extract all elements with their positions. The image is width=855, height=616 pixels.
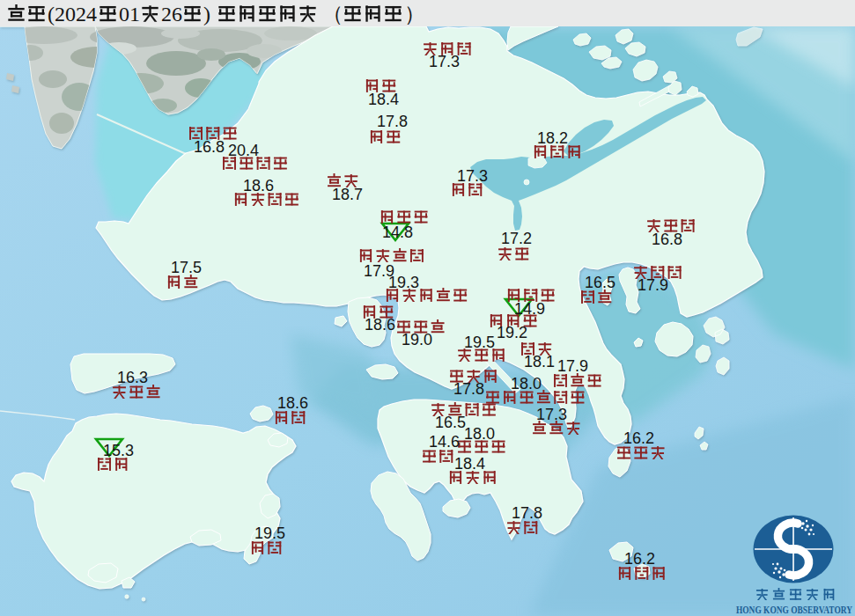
svg-text:18.6: 18.6	[277, 394, 308, 412]
svg-text:17.9: 17.9	[638, 276, 668, 294]
svg-text:01: 01	[119, 3, 140, 26]
svg-text:18.6: 18.6	[243, 177, 274, 194]
svg-text:26: 26	[161, 3, 182, 26]
svg-text:16.5: 16.5	[435, 414, 466, 431]
svg-text:16.8: 16.8	[194, 138, 225, 156]
svg-text:17.3: 17.3	[536, 406, 567, 423]
svg-text:18.7: 18.7	[332, 186, 363, 203]
svg-text:17.8: 17.8	[377, 113, 408, 130]
svg-text:19.3: 19.3	[388, 274, 419, 291]
svg-text:17.8: 17.8	[512, 504, 542, 522]
svg-text:17.3: 17.3	[429, 53, 460, 70]
svg-text:(2024: (2024	[48, 3, 97, 26]
svg-text:18.4: 18.4	[368, 91, 399, 108]
svg-text:17.2: 17.2	[501, 230, 532, 247]
svg-text:19.2: 19.2	[497, 324, 527, 341]
svg-text:14.8: 14.8	[382, 224, 413, 241]
svg-text:18.0: 18.0	[464, 425, 495, 443]
svg-text:19.5: 19.5	[464, 334, 495, 351]
svg-text:16.3: 16.3	[117, 369, 148, 386]
svg-text:（: （	[322, 3, 343, 26]
svg-text:HONG KONG OBSERVATORY: HONG KONG OBSERVATORY	[736, 604, 852, 616]
svg-text:17.5: 17.5	[171, 259, 202, 276]
svg-text:): )	[203, 3, 210, 26]
svg-text:16.2: 16.2	[623, 429, 654, 447]
svg-text:19.5: 19.5	[254, 524, 285, 542]
svg-text:18.6: 18.6	[365, 316, 395, 334]
svg-text:16.8: 16.8	[652, 231, 682, 248]
svg-text:19.0: 19.0	[402, 331, 432, 348]
svg-text:17.8: 17.8	[453, 380, 484, 398]
svg-text:16.2: 16.2	[624, 550, 655, 568]
svg-text:18.4: 18.4	[454, 455, 485, 473]
svg-text:）: ）	[404, 3, 425, 26]
svg-text:14.6: 14.6	[429, 433, 460, 451]
svg-text:18.2: 18.2	[537, 129, 568, 147]
svg-text:17.3: 17.3	[457, 167, 488, 185]
svg-text:16.5: 16.5	[585, 274, 615, 291]
svg-text:20.4: 20.4	[228, 142, 259, 159]
svg-text:15.3: 15.3	[103, 442, 134, 459]
svg-text:17.9: 17.9	[557, 357, 588, 375]
svg-text:18.1: 18.1	[524, 353, 555, 370]
svg-text:18.0: 18.0	[511, 375, 542, 392]
